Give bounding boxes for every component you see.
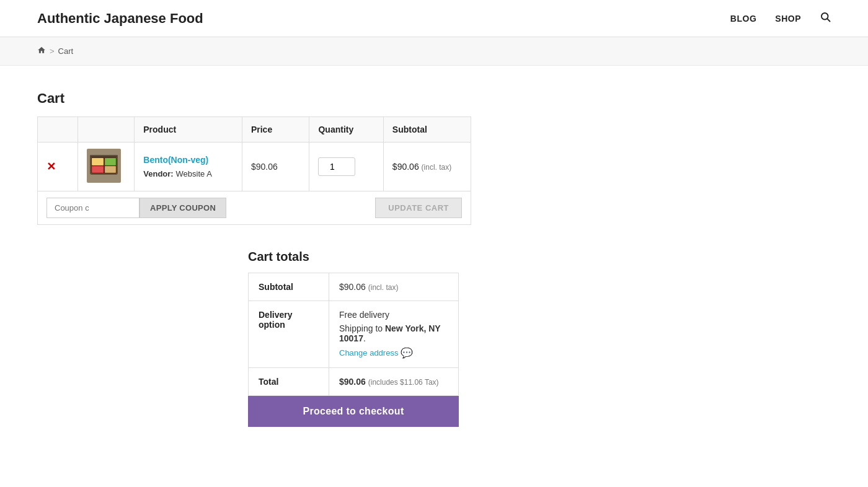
th-quantity: Quantity <box>309 117 383 143</box>
product-image <box>87 149 121 183</box>
th-price: Price <box>242 117 309 143</box>
breadcrumb-bar: > Cart <box>0 37 868 66</box>
table-header-row: Product Price Quantity Subtotal <box>38 117 471 143</box>
coupon-area: APPLY COUPON UPDATE CART <box>46 198 462 218</box>
svg-rect-10 <box>92 167 103 172</box>
total-value: $90.06 (includes $11.06 Tax) <box>329 368 459 396</box>
header: Authentic Japanese Food BLOG SHOP <box>0 0 868 37</box>
th-remove <box>38 117 78 143</box>
change-address-link[interactable]: Change address 💬 <box>339 347 413 359</box>
totals-total-row: Total $90.06 (includes $11.06 Tax) <box>249 368 459 396</box>
totals-subtotal-row: Subtotal $90.06 (incl. tax) <box>249 273 459 301</box>
search-icon[interactable] <box>820 11 831 25</box>
main-content: Cart Product Price Quantity Subtotal ✕ <box>0 66 744 464</box>
shipping-prefix: Shipping to <box>339 323 383 333</box>
breadcrumb: > Cart <box>37 46 831 56</box>
vendor-name: Website A <box>176 169 212 178</box>
price-cell: $90.06 <box>242 143 309 191</box>
total-tax-note: (includes $11.06 Tax) <box>368 378 439 387</box>
total-amount: $90.06 <box>339 377 366 387</box>
apply-coupon-button[interactable]: APPLY COUPON <box>140 198 226 218</box>
subtotal-label: Subtotal <box>249 273 329 301</box>
table-row: ✕ <box>38 143 471 191</box>
item-subtotal: $90.06 <box>392 162 419 172</box>
subtotal-incl-tax: (incl. tax) <box>422 163 452 172</box>
remove-cell: ✕ <box>38 143 78 191</box>
item-price: $90.06 <box>251 162 278 172</box>
change-address-icon: 💬 <box>401 347 413 359</box>
svg-rect-6 <box>92 159 103 165</box>
coupon-row: APPLY COUPON UPDATE CART <box>38 191 471 225</box>
svg-rect-8 <box>105 159 115 165</box>
svg-line-1 <box>827 19 830 21</box>
svg-rect-12 <box>105 167 115 172</box>
th-image <box>78 117 135 143</box>
coupon-input[interactable] <box>46 198 140 218</box>
svg-rect-13 <box>90 155 118 157</box>
checkout-button[interactable]: Proceed to checkout <box>248 396 459 427</box>
cart-totals-section: Cart totals Subtotal $90.06 (incl. tax) … <box>248 250 459 396</box>
site-logo[interactable]: Authentic Japanese Food <box>37 11 203 27</box>
cart-table: Product Price Quantity Subtotal ✕ <box>37 116 471 225</box>
totals-table: Subtotal $90.06 (incl. tax) Delivery opt… <box>248 273 459 396</box>
cart-totals-title: Cart totals <box>248 250 459 264</box>
subtotal-value: $90.06 (incl. tax) <box>329 273 459 301</box>
remove-item-button[interactable]: ✕ <box>46 160 56 173</box>
quantity-cell <box>309 143 383 191</box>
cart-title: Cart <box>37 90 707 107</box>
nav-shop[interactable]: SHOP <box>775 14 801 24</box>
th-subtotal: Subtotal <box>383 117 471 143</box>
totals-delivery-row: Delivery option Free delivery Shipping t… <box>249 301 459 368</box>
shipping-to-text: Shipping to New York, NY 10017. <box>339 323 448 343</box>
breadcrumb-home-icon[interactable] <box>37 46 46 56</box>
update-cart-area: UPDATE CART <box>375 198 462 218</box>
subtotal-tax-note: (incl. tax) <box>368 283 399 292</box>
quantity-input[interactable] <box>318 157 355 176</box>
coupon-input-group: APPLY COUPON <box>46 198 226 218</box>
subtotal-amount: $90.06 <box>339 282 366 292</box>
product-link[interactable]: Bento(Non-veg) <box>143 155 233 165</box>
product-cell: Bento(Non-veg) Vendor: Website A <box>135 143 242 191</box>
nav-blog[interactable]: BLOG <box>730 14 756 24</box>
delivery-option-text: Free delivery <box>339 310 448 320</box>
coupon-cell: APPLY COUPON UPDATE CART <box>38 191 471 225</box>
breadcrumb-separator: > <box>50 46 55 56</box>
image-cell <box>78 143 135 191</box>
change-address-text: Change address <box>339 348 398 358</box>
vendor-label: Vendor: <box>143 169 173 178</box>
subtotal-cell: $90.06 (incl. tax) <box>383 143 471 191</box>
total-label: Total <box>249 368 329 396</box>
update-cart-button[interactable]: UPDATE CART <box>375 198 462 218</box>
th-product: Product <box>135 117 242 143</box>
delivery-label: Delivery option <box>249 301 329 368</box>
main-nav: BLOG SHOP <box>730 11 831 25</box>
breadcrumb-current: Cart <box>58 46 74 56</box>
delivery-value: Free delivery Shipping to New York, NY 1… <box>329 301 459 368</box>
